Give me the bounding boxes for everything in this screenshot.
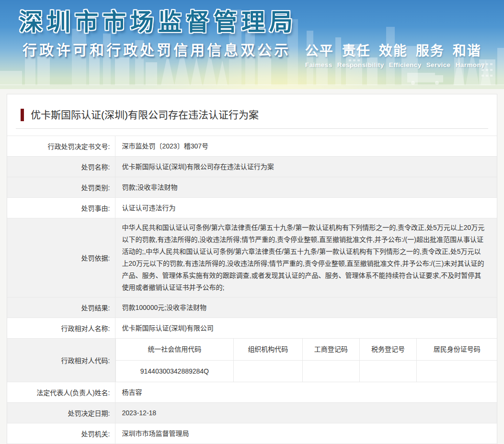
- party-codes-cell: 统一社会信用代码 组织机构代码 工商登记码 税务登记号 居民身份证号码 9144…: [115, 339, 497, 382]
- content-panel: 优卡斯国际认证(深圳)有限公司存在违法认证行为案 行政处罚决定书文号: 深市监处…: [7, 94, 497, 444]
- table-row-penalty-name: 处罚名称: 优卡斯国际认证(深圳)有限公司存在违法认证行为案: [7, 157, 497, 177]
- site-banner: 深圳市市场监督管理局 行政许可和行政处罚信用信息双公示 公平 责任 效能 服务 …: [0, 0, 504, 89]
- row-value: 罚款;没收非法财物: [115, 177, 497, 198]
- slogan-word: 效能: [379, 40, 408, 59]
- code-value: [417, 360, 497, 382]
- table-row-party-name: 行政相对人名称: 优卡斯国际认证(深圳)有限公司: [7, 318, 497, 339]
- row-label: 法定代表人(负责人)姓名:: [7, 382, 115, 403]
- title-accent-bar: [21, 109, 24, 121]
- row-value: 优卡斯国际认证(深圳)有限公司存在违法认证行为案: [115, 157, 497, 177]
- slogan-chinese: 公平 责任 效能 服务 和谐: [305, 40, 485, 59]
- title-divider: [16, 128, 488, 129]
- code-value: 91440300342889284Q: [115, 360, 234, 382]
- row-label: 处罚结果:: [7, 297, 115, 318]
- code-value: [302, 360, 359, 382]
- row-label: 处罚决定日期:: [7, 403, 115, 423]
- code-value: [234, 360, 302, 382]
- slogan-word: 和谐: [453, 40, 481, 59]
- row-value: 中华人民共和国认证认可条例/第六章法律责任/第五十九条/第一款认证机构有下列情形…: [115, 218, 497, 297]
- row-value: 认证认可违法行为: [115, 198, 497, 218]
- table-row-decision-number: 行政处罚决定书文号: 深市监处罚〔2023〕稽307号: [7, 136, 497, 157]
- code-column-header: 工商登记码: [302, 339, 359, 360]
- row-value: 2023-12-18: [115, 403, 497, 423]
- table-row-party-codes: 行政相对人代码: 统一社会信用代码 组织机构代码 工商登记码 税务登记号 居民身…: [7, 339, 497, 382]
- codes-header-row: 统一社会信用代码 组织机构代码 工商登记码 税务登记号 居民身份证号码: [115, 339, 497, 360]
- slogan-english: Faimess Responsibility Efficiency Servic…: [305, 61, 485, 68]
- banner-subtitle: 行政许可和行政处罚信用信息双公示: [23, 38, 291, 59]
- code-column-header: 统一社会信用代码: [115, 339, 234, 360]
- row-label: 处罚机关:: [7, 423, 115, 444]
- page-title: 优卡斯国际认证(深圳)有限公司存在违法认证行为案: [31, 108, 259, 122]
- table-row-legal-representative: 法定代表人(负责人)姓名: 杨吉容: [7, 382, 497, 403]
- code-value: [359, 360, 416, 382]
- row-label: 行政相对人代码:: [7, 339, 115, 382]
- code-column-header: 居民身份证号码: [417, 339, 497, 360]
- case-title-row: 优卡斯国际认证(深圳)有限公司存在违法认证行为案: [7, 94, 497, 122]
- code-column-header: 组织机构代码: [234, 339, 302, 360]
- table-row-penalty-basis: 处罚依据: 中华人民共和国认证认可条例/第六章法律责任/第五十九条/第一款认证机…: [7, 218, 497, 297]
- party-codes-table: 统一社会信用代码 组织机构代码 工商登记码 税务登记号 居民身份证号码 9144…: [115, 339, 497, 382]
- row-label: 处罚类别:: [7, 177, 115, 198]
- table-row-penalty-category: 处罚类别: 罚款;没收非法财物: [7, 177, 497, 198]
- row-value: 罚款100000元;没收非法财物: [115, 297, 497, 318]
- slogan-word: 责任: [342, 40, 371, 59]
- agency-title: 深圳市市场监督管理局: [19, 3, 297, 37]
- row-value: 优卡斯国际认证(深圳)有限公司: [115, 318, 497, 339]
- row-label: 处罚事由:: [7, 198, 115, 218]
- row-label: 处罚名称:: [7, 157, 115, 177]
- row-label: 行政相对人名称:: [7, 318, 115, 339]
- table-row-penalty-result: 处罚结果: 罚款100000元;没收非法财物: [7, 297, 497, 318]
- penalty-info-table: 行政处罚决定书文号: 深市监处罚〔2023〕稽307号 处罚名称: 优卡斯国际认…: [7, 136, 497, 444]
- row-label: 行政处罚决定书文号:: [7, 136, 115, 157]
- row-value: 深市监处罚〔2023〕稽307号: [115, 136, 497, 157]
- table-row-penalty-reason: 处罚事由: 认证认可违法行为: [7, 198, 497, 218]
- codes-value-row: 91440300342889284Q: [115, 360, 497, 382]
- code-column-header: 税务登记号: [359, 339, 416, 360]
- slogan-word: 公平: [305, 40, 334, 59]
- table-row-penalty-authority: 处罚机关: 深圳市市场监督管理局: [7, 423, 497, 444]
- row-value: 杨吉容: [115, 382, 497, 403]
- slogan-block: 公平 责任 效能 服务 和谐 Faimess Responsibility Ef…: [305, 40, 485, 68]
- slogan-word: 服务: [416, 40, 445, 59]
- row-label: 处罚依据:: [7, 218, 115, 297]
- table-row-decision-date: 处罚决定日期: 2023-12-18: [7, 403, 497, 423]
- row-value: 深圳市市场监督管理局: [115, 423, 497, 444]
